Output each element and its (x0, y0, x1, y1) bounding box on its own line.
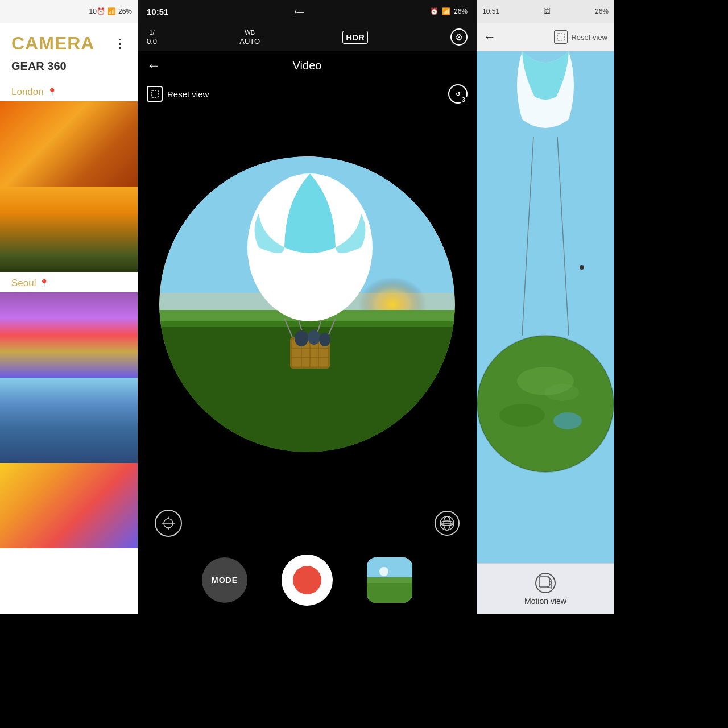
video-title: Video (293, 59, 322, 72)
exposure-control[interactable]: 1/ 0.0 (147, 29, 157, 46)
svg-point-41 (499, 404, 545, 427)
reset-view-label-right: Reset view (571, 33, 607, 42)
header-left: CAMERA ⋮ (0, 23, 138, 60)
alarm-icon-mid: ⏰ (430, 7, 439, 15)
svg-rect-33 (367, 577, 412, 583)
location-row-seoul: Seoul 📍 (0, 272, 138, 292)
gallery-button[interactable] (367, 557, 412, 603)
nav-bar-mid: ← Video (138, 51, 477, 80)
more-icon[interactable]: ⋮ (114, 36, 126, 51)
exposure-value: 0.0 (147, 37, 157, 46)
hdr-label: HDR (346, 32, 365, 42)
right-panel: 10:51 🖼 26% ← Reset view (477, 0, 614, 614)
london-pin-icon: 📍 (47, 88, 57, 97)
svg-point-24 (319, 333, 330, 346)
timer-icon: ↺ (456, 91, 460, 97)
controls-bar: Reset view ↺ 3 (138, 80, 477, 108)
hdr-toggle[interactable]: HDR (342, 31, 368, 44)
mode-button[interactable]: MODE (202, 557, 247, 603)
svg-point-34 (379, 567, 388, 576)
record-button[interactable] (282, 555, 333, 606)
back-button-mid[interactable]: ← (147, 57, 160, 73)
status-bar-mid: 10:51 /— ⏰ 📶 26% (138, 0, 477, 23)
status-bar-right: 10:51 🖼 26% (477, 0, 614, 23)
motion-view-label: Motion view (524, 597, 566, 606)
thumbnail-windmill[interactable] (0, 187, 138, 272)
svg-rect-32 (367, 580, 412, 603)
reset-view-label: Reset view (167, 89, 209, 99)
fisheye-inner (159, 156, 455, 452)
battery-left: 26% (118, 7, 132, 15)
london-label: London (11, 86, 44, 98)
middle-panel: 10:51 /— ⏰ 📶 26% 1/ 0.0 WB AUTO HDR ⚙ ← … (138, 0, 477, 614)
status-bar-left: 10 ⏰ 📶 26% (0, 0, 138, 23)
globe-button[interactable] (435, 511, 460, 536)
wifi-icon-mid: 📶 (442, 7, 450, 15)
reset-view-right[interactable]: Reset view (554, 30, 607, 44)
camera-title: CAMERA (11, 33, 94, 54)
seoul-pin-icon: 📍 (39, 279, 49, 288)
thumbnail-boy[interactable] (0, 378, 138, 463)
toolbar-mid: 1/ 0.0 WB AUTO HDR ⚙ (138, 23, 477, 51)
back-button-right[interactable]: ← (483, 30, 496, 44)
alarm-icon: ⏰ (97, 7, 105, 15)
motion-view-bar[interactable]: Motion view (477, 563, 614, 614)
thumbnail-sunset[interactable] (0, 292, 138, 378)
svg-rect-35 (557, 34, 564, 40)
svg-point-44 (553, 412, 582, 429)
wb-label: WB (245, 29, 255, 36)
svg-point-23 (308, 330, 320, 345)
left-panel: 10 ⏰ 📶 26% CAMERA ⋮ GEAR 360 London 📍 Se… (0, 0, 138, 614)
settings-button[interactable]: ⚙ (450, 28, 468, 46)
svg-point-43 (517, 367, 574, 395)
reset-view-button[interactable]: Reset view (147, 86, 209, 102)
reset-view-icon (147, 86, 163, 102)
gyro-button[interactable] (155, 510, 182, 537)
svg-rect-0 (151, 90, 158, 97)
wb-value: AUTO (239, 37, 260, 46)
status-time-mid: 10:51 (147, 7, 168, 16)
status-time-right: 10:51 (482, 7, 499, 15)
bottom-controls-mid (138, 500, 477, 546)
wifi-icon: 📶 (107, 7, 116, 15)
timer-number: 3 (460, 96, 468, 104)
record-dot (293, 566, 321, 594)
reset-view-icon-right (554, 30, 568, 44)
photo-icon: 🖼 (544, 7, 551, 15)
status-slash-mid: /— (295, 7, 304, 16)
motion-view-icon (535, 573, 556, 593)
battery-mid: 26% (454, 7, 468, 15)
planet-view (477, 51, 614, 563)
thumbnail-london[interactable] (0, 101, 138, 187)
svg-point-45 (580, 265, 584, 270)
seoul-label: Seoul (11, 278, 36, 289)
status-time-left: 10 (89, 7, 97, 15)
svg-point-39 (477, 336, 614, 472)
wb-control[interactable]: WB AUTO (239, 29, 260, 46)
timer-button[interactable]: ↺ 3 (448, 84, 468, 104)
exposure-label: 1/ (149, 29, 154, 36)
nav-bar-right: ← Reset view (477, 23, 614, 51)
thumbnail-balloons[interactable] (0, 463, 138, 548)
device-name: GEAR 360 (0, 60, 138, 81)
location-row-london: London 📍 (0, 81, 138, 101)
action-row: MODE (138, 546, 477, 614)
svg-rect-46 (539, 577, 549, 587)
fisheye-right-container (477, 51, 614, 563)
video-viewport (138, 108, 477, 500)
fisheye-circle (159, 156, 455, 452)
gear-icon: ⚙ (455, 32, 463, 43)
battery-right: 26% (595, 7, 609, 15)
svg-point-22 (295, 330, 308, 346)
